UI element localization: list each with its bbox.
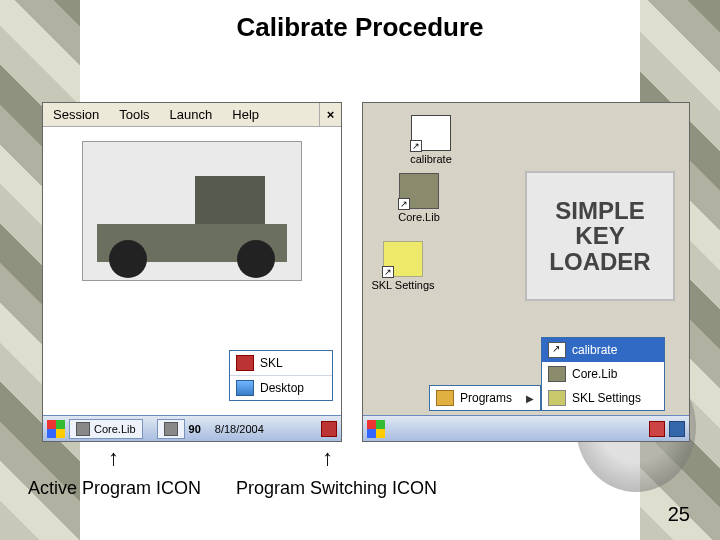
program-switch-popup: SKL Desktop	[229, 350, 333, 401]
desktop-icon-calibrate[interactable]: ↗ calibrate	[399, 115, 463, 165]
flyout-item-label: Core.Lib	[572, 367, 617, 381]
tray-icon[interactable]	[649, 421, 665, 437]
submenu-arrow-icon: ▶	[526, 393, 534, 404]
taskbar-battery: 90	[189, 423, 201, 435]
taskbar-active-program[interactable]: Core.Lib	[69, 419, 143, 439]
programs-label: Programs	[460, 391, 512, 405]
desktop-icon-label: calibrate	[399, 153, 463, 165]
vehicle-image	[82, 141, 302, 281]
desktop-icon-corelib[interactable]: ↗ Core.Lib	[387, 173, 451, 223]
corelib-icon	[76, 422, 90, 436]
switch-item-label: Desktop	[260, 381, 304, 395]
desktop-icon-label: SKL Settings	[371, 279, 435, 291]
taskbar: Core.Lib 90 8/18/2004	[43, 415, 341, 441]
menubar: Session Tools Launch Help ×	[43, 103, 341, 127]
menu-tools[interactable]: Tools	[109, 107, 159, 122]
switch-item-label: SKL	[260, 356, 283, 370]
corelib-icon	[548, 366, 566, 382]
programs-flyout: calibrate Core.Lib SKL Settings	[541, 337, 665, 411]
programs-folder-icon	[436, 390, 454, 406]
callout-program-switching: Program Switching ICON	[236, 478, 437, 499]
menu-launch[interactable]: Launch	[160, 107, 223, 122]
desktop-icon	[236, 380, 254, 396]
tray-icon[interactable]	[669, 421, 685, 437]
taskbar-date: 8/18/2004	[215, 423, 264, 435]
slide-number: 25	[668, 503, 690, 526]
flyout-item-calibrate[interactable]: calibrate	[542, 338, 664, 362]
skl-app-window: Session Tools Launch Help × SKL Desktop …	[42, 102, 342, 442]
shortcut-arrow-icon: ↗	[382, 266, 394, 278]
switch-icon	[164, 422, 178, 436]
skl-settings-icon	[548, 390, 566, 406]
taskbar-item-label: Core.Lib	[94, 423, 136, 435]
start-button[interactable]	[367, 420, 385, 438]
menu-close-button[interactable]: ×	[319, 103, 341, 127]
menu-session[interactable]: Session	[43, 107, 109, 122]
menu-help[interactable]: Help	[222, 107, 269, 122]
callout-arrow-icon: ↑	[322, 447, 333, 469]
desktop-icon-skl-settings[interactable]: ↗ SKL Settings	[371, 241, 435, 291]
calibrate-icon	[548, 342, 566, 358]
start-programs-menu: Programs ▶	[429, 385, 541, 411]
switch-item-desktop[interactable]: Desktop	[230, 376, 332, 400]
desktop-window: ↗ calibrate ↗ Core.Lib ↗ SKL Settings SI…	[362, 102, 690, 442]
shortcut-arrow-icon: ↗	[410, 140, 422, 152]
skl-icon	[236, 355, 254, 371]
program-switching-button[interactable]	[157, 419, 185, 439]
desktop-icon-label: Core.Lib	[387, 211, 451, 223]
programs-menu-item[interactable]: Programs ▶	[430, 386, 540, 410]
callout-arrow-icon: ↑	[108, 447, 119, 469]
shortcut-arrow-icon: ↗	[398, 198, 410, 210]
switch-item-skl[interactable]: SKL	[230, 351, 332, 376]
start-button[interactable]	[47, 420, 65, 438]
slide-title: Calibrate Procedure	[0, 12, 720, 43]
taskbar	[363, 415, 689, 441]
callout-active-program: Active Program ICON	[28, 478, 201, 499]
flyout-item-skl-settings[interactable]: SKL Settings	[542, 386, 664, 410]
skl-title-card: SIMPLE KEY LOADER	[525, 171, 675, 301]
flyout-item-label: calibrate	[572, 343, 617, 357]
flyout-item-corelib[interactable]: Core.Lib	[542, 362, 664, 386]
tray-icon[interactable]	[321, 421, 337, 437]
flyout-item-label: SKL Settings	[572, 391, 641, 405]
